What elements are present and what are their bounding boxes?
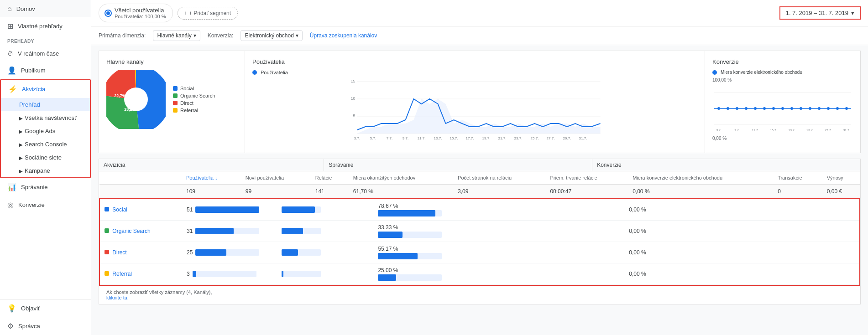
th-revenue[interactable]: Výnosy — [822, 171, 860, 185]
sidebar-child-kampane[interactable]: ▶Kampane — [1, 164, 90, 177]
sidebar-child-prehlad[interactable]: Prehľad — [1, 98, 90, 111]
sidebar-item-spravanie[interactable]: 📊 Správanie — [0, 178, 91, 196]
new-users-bar-bg-referral — [282, 271, 321, 277]
sidebar-item-objavit[interactable]: 💡 Objaviť — [0, 299, 91, 317]
channel-social: Social — [100, 199, 182, 221]
sidebar-item-konverzie[interactable]: ◎ Konverzie — [0, 196, 91, 214]
add-segment-button[interactable]: + + Pridať segment — [178, 7, 238, 20]
sidebar-item-publikum[interactable]: 👤 Publikum — [0, 62, 91, 79]
sidebar-child-socialnesiete[interactable]: ▶Sociálne siete — [1, 151, 90, 164]
transactions-social — [763, 199, 811, 221]
revenue-referral — [811, 263, 859, 285]
line-chart-svg: 15 10 5 3.7. 5.7. 7.7. 9.7 — [252, 78, 697, 144]
link-referral[interactable]: Referral — [112, 271, 132, 277]
svg-point-37 — [745, 107, 748, 110]
channel-referral: Referral — [100, 263, 182, 285]
primary-dim-select[interactable]: Hlavné kanály ▾ — [153, 30, 200, 41]
pie-legend: Social Organic Search Direct Referr — [173, 86, 215, 113]
svg-text:25.7.: 25.7. — [531, 136, 539, 140]
conv-rate-referral: 0,00 % — [624, 263, 763, 285]
arrow-icon: ▶ — [19, 155, 23, 160]
svg-point-45 — [818, 107, 821, 110]
svg-point-34 — [717, 107, 720, 110]
dot-organic — [105, 228, 109, 233]
svg-text:15.7.: 15.7. — [770, 129, 777, 132]
th-new-users[interactable]: Noví používatelia — [241, 171, 311, 185]
bounce-bar-bg-social — [378, 210, 442, 216]
users-bar-direct — [195, 249, 226, 256]
th-bounce[interactable]: Miera okamžitých odchodov — [349, 171, 453, 185]
legend-dot-direct — [173, 101, 178, 105]
svg-text:7.7.: 7.7. — [387, 136, 392, 140]
sidebar-child-vsetka[interactable]: ▶Všetká návštevnosť — [1, 111, 90, 124]
legend-social: Social — [173, 86, 215, 91]
sessions-social — [325, 199, 374, 221]
data-table: Používatelia ↓ Noví používatelia Relácie… — [99, 171, 860, 286]
date-range-button[interactable]: 1. 7. 2019 – 31. 7. 2019 ▾ — [779, 6, 861, 20]
channel-grouping-link[interactable]: Úprava zoskupenia kanálov — [310, 32, 377, 39]
new-users-social — [277, 199, 325, 221]
clock-icon: ⏱ — [7, 50, 13, 57]
legend-label-referral: Referral — [180, 108, 198, 113]
sidebar-child-searchconsole[interactable]: ▶Search Console — [1, 138, 90, 151]
conv-rate-social: 0,00 % — [624, 199, 763, 221]
transactions-referral — [763, 263, 811, 285]
new-users-direct — [277, 242, 325, 263]
top-bar: Všetci používatelia Používatelia: 100,00… — [91, 0, 868, 26]
duration-referral — [576, 263, 625, 285]
segment-info: Všetci používatelia Používatelia: 100,00… — [115, 7, 166, 19]
duration-organic — [576, 221, 625, 242]
sidebar-item-domov[interactable]: ⌂ Domov — [0, 0, 91, 17]
konverzie-chart-title: Konverzie — [712, 58, 853, 65]
conversion-select[interactable]: Elektronický obchod ▾ — [241, 30, 302, 41]
users-organic: 31 — [182, 221, 277, 242]
th-channel — [99, 171, 182, 185]
th-conv-rate[interactable]: Miera konverzie elektronického obchodu — [628, 171, 773, 185]
bounce-referral: 25,00 % — [373, 263, 528, 285]
svg-point-44 — [809, 107, 811, 110]
svg-text:7.7.: 7.7. — [734, 129, 740, 132]
new-users-bar-referral — [282, 271, 283, 277]
chevron-down-icon: ▾ — [851, 10, 854, 16]
arrow-icon: ▶ — [19, 169, 23, 174]
sidebar-child-googleads[interactable]: ▶Google Ads — [1, 124, 90, 138]
duration-social — [576, 199, 625, 221]
legend-referral: Referral — [173, 108, 215, 113]
total-conv-rate: 0,00 % — [628, 185, 773, 199]
svg-text:19.7.: 19.7. — [788, 129, 795, 132]
link-social[interactable]: Social — [112, 206, 127, 213]
target-icon: ◎ — [7, 201, 14, 209]
link-direct[interactable]: Direct — [112, 249, 126, 256]
sidebar-section-prehlady: PREHĽADY — [0, 35, 91, 46]
th-pages[interactable]: Počet stránok na reláciu — [453, 171, 545, 185]
table-row: Social 51 — [99, 199, 860, 285]
svg-point-43 — [800, 107, 802, 110]
svg-point-46 — [827, 107, 830, 110]
link-organic[interactable]: Organic Search — [112, 228, 150, 234]
total-users: 109 — [182, 185, 241, 199]
legend-label-organic: Organic Search — [180, 93, 215, 98]
sidebar-item-spravca[interactable]: ⚙ Správca — [0, 317, 91, 335]
svg-text:3.7.: 3.7. — [716, 129, 722, 132]
user-icon: 👤 — [7, 66, 16, 75]
svg-text:23.7.: 23.7. — [806, 129, 814, 132]
sidebar-item-vlastne[interactable]: ⊞ Vlastné prehľady — [0, 17, 91, 35]
channel-direct: Direct — [100, 242, 182, 263]
footnote-link[interactable]: kliknite tu. — [106, 295, 129, 300]
sessions-organic — [325, 221, 374, 242]
svg-text:29.7.: 29.7. — [563, 136, 571, 140]
sidebar-item-akvizicia[interactable]: ⚡ Akvizícia — [1, 80, 90, 98]
th-duration[interactable]: Priem. trvanie relácie — [545, 171, 628, 185]
dot-referral — [105, 271, 109, 276]
th-sessions[interactable]: Relácie — [311, 171, 349, 185]
th-users[interactable]: Používatelia ↓ — [182, 171, 241, 185]
sidebar-item-realtime[interactable]: ⏱ V reálnom čase — [0, 46, 91, 62]
svg-point-38 — [754, 107, 757, 110]
bounce-bar-social — [378, 210, 435, 216]
new-users-bar-bg-direct — [282, 249, 321, 256]
th-transactions[interactable]: Transakcie — [773, 171, 822, 185]
new-users-bar-direct — [282, 249, 298, 256]
segment-pill-all-users[interactable]: Všetci používatelia Používatelia: 100,00… — [99, 4, 173, 22]
row-social: Social 51 — [100, 199, 859, 221]
conversion-label: Konverzia: — [208, 32, 234, 39]
